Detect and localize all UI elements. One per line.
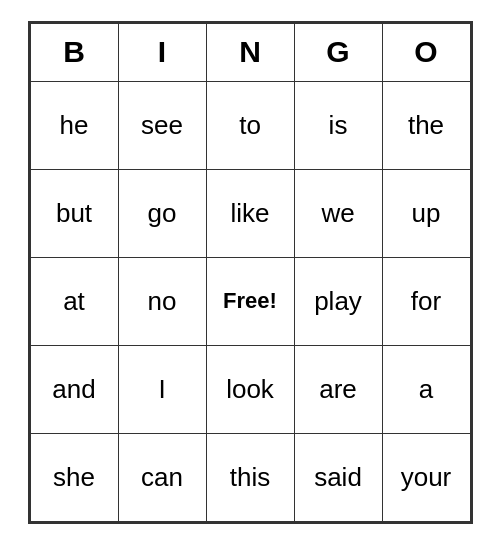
table-row: butgolikeweup: [30, 169, 470, 257]
table-cell: see: [118, 81, 206, 169]
table-cell: he: [30, 81, 118, 169]
table-cell: up: [382, 169, 470, 257]
table-row: andIlookarea: [30, 345, 470, 433]
table-row: atnoFree!playfor: [30, 257, 470, 345]
table-cell: play: [294, 257, 382, 345]
header-cell-b: B: [30, 23, 118, 81]
table-cell: can: [118, 433, 206, 521]
bingo-table: BINGO heseetoisthebutgolikeweupatnoFree!…: [30, 23, 471, 522]
table-cell: said: [294, 433, 382, 521]
table-cell: she: [30, 433, 118, 521]
header-row: BINGO: [30, 23, 470, 81]
table-cell: at: [30, 257, 118, 345]
table-cell: we: [294, 169, 382, 257]
table-row: heseetoisthe: [30, 81, 470, 169]
table-cell: but: [30, 169, 118, 257]
table-cell: the: [382, 81, 470, 169]
table-cell: I: [118, 345, 206, 433]
table-cell: a: [382, 345, 470, 433]
table-cell: and: [30, 345, 118, 433]
table-cell: Free!: [206, 257, 294, 345]
table-cell: go: [118, 169, 206, 257]
table-cell: like: [206, 169, 294, 257]
table-cell: look: [206, 345, 294, 433]
table-cell: to: [206, 81, 294, 169]
table-row: shecanthissaidyour: [30, 433, 470, 521]
table-cell: your: [382, 433, 470, 521]
header-cell-i: I: [118, 23, 206, 81]
header-cell-o: O: [382, 23, 470, 81]
bingo-card: BINGO heseetoisthebutgolikeweupatnoFree!…: [28, 21, 473, 524]
header-cell-g: G: [294, 23, 382, 81]
header-cell-n: N: [206, 23, 294, 81]
table-cell: this: [206, 433, 294, 521]
table-cell: for: [382, 257, 470, 345]
table-cell: are: [294, 345, 382, 433]
table-cell: no: [118, 257, 206, 345]
table-cell: is: [294, 81, 382, 169]
